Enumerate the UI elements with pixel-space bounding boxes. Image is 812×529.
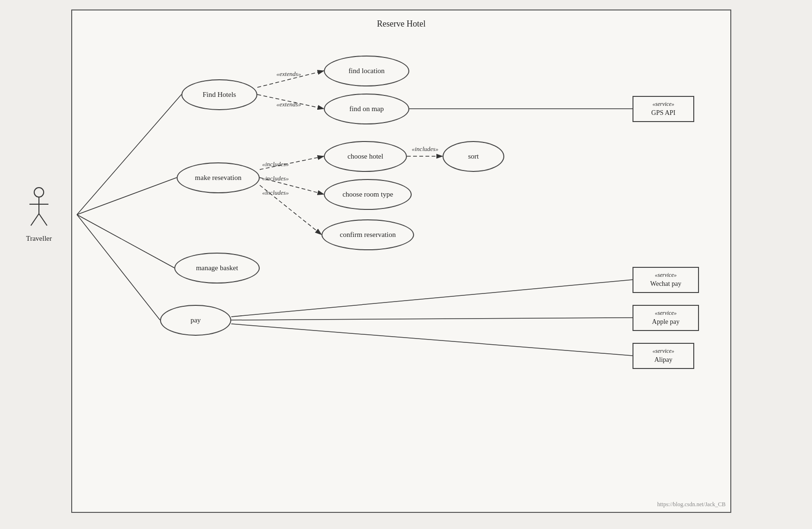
actor-figure [27, 185, 51, 233]
diagram-container: Reserve Hotel [71, 9, 731, 513]
usecase-manage-basket: manage basket [174, 253, 260, 283]
service-alipay: «service» Alipay [633, 343, 694, 369]
svg-text:«includes»: «includes» [262, 175, 289, 182]
svg-line-9 [260, 185, 321, 235]
usecase-choose-room-type: choose room type [324, 179, 412, 210]
usecase-find-hotels: Find Hotels [181, 79, 257, 110]
svg-text:«includes»: «includes» [262, 189, 289, 196]
svg-line-5 [257, 94, 324, 109]
svg-line-0 [77, 94, 181, 215]
svg-line-3 [77, 215, 160, 320]
svg-line-24 [31, 214, 39, 226]
service-wechat-pay: «service» Wechat pay [633, 267, 699, 293]
usecase-sort: sort [443, 141, 504, 172]
usecase-find-location: find location [324, 56, 409, 86]
diagram-svg: «extends» «extends» «includes» «includes… [72, 10, 730, 512]
svg-line-12 [231, 318, 633, 320]
service-apple-pay: «service» Apple pay [633, 305, 699, 331]
usecase-pay: pay [160, 305, 231, 336]
svg-line-1 [77, 178, 177, 215]
svg-line-25 [39, 214, 47, 226]
usecase-confirm-reservation: confirm reservation [321, 219, 414, 250]
svg-text:«extends»: «extends» [276, 70, 301, 77]
system-title: Reserve Hotel [72, 19, 730, 29]
svg-line-4 [257, 71, 324, 87]
svg-text:«extends»: «extends» [276, 101, 301, 108]
service-gps-api: «service» GPS API [633, 96, 694, 122]
svg-text:«includes»: «includes» [262, 161, 289, 168]
svg-line-8 [260, 178, 324, 194]
watermark: https://blog.csdn.net/Jack_CB [657, 501, 726, 508]
svg-line-2 [77, 215, 174, 268]
svg-line-13 [231, 324, 633, 356]
svg-line-7 [260, 156, 324, 170]
usecase-choose-hotel: choose hotel [324, 141, 407, 172]
actor-traveller: Traveller [20, 185, 58, 243]
actor-label: Traveller [26, 235, 52, 243]
usecase-make-reservation: make resevation [177, 162, 260, 193]
svg-line-11 [231, 280, 633, 317]
svg-text:«includes»: «includes» [412, 145, 438, 152]
svg-point-21 [34, 188, 44, 197]
usecase-find-on-map: find on map [324, 94, 409, 124]
